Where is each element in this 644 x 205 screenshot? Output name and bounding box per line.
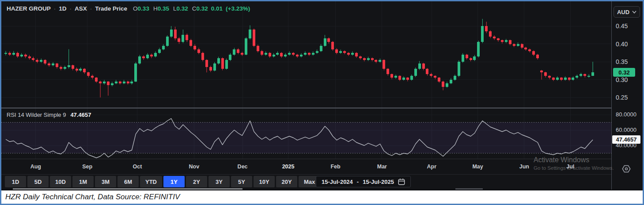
candle	[394, 76, 397, 78]
time-axis-label-aug: Aug	[30, 164, 41, 170]
candle	[16, 53, 19, 56]
time-axis-label-nov: Nov	[189, 164, 200, 170]
ohlc-c: C0.32	[192, 5, 208, 12]
series-type-label: Trade Price	[95, 5, 127, 12]
range-button-3y[interactable]: 3Y	[208, 176, 230, 187]
change-percent: (+3.23%)	[226, 5, 250, 12]
candle	[308, 53, 311, 55]
price-tick-label: 0.35	[616, 58, 628, 65]
exchange-label: ASX	[75, 5, 87, 12]
candle	[237, 49, 239, 53]
calendar-icon	[398, 178, 405, 185]
candle	[347, 53, 350, 55]
candle	[583, 74, 586, 76]
candle	[265, 53, 267, 55]
candle	[552, 78, 555, 79]
activate-windows-watermark: Activate Windows	[534, 156, 589, 164]
candle	[379, 60, 381, 62]
candle	[300, 55, 303, 56]
candle	[44, 60, 46, 63]
range-button-5y[interactable]: 5Y	[231, 176, 252, 187]
range-button-10y[interactable]: 10Y	[254, 176, 275, 187]
range-button-2y[interactable]: 2Y	[186, 176, 207, 187]
ohlc-values: O0.33H0.35L0.32C0.32	[133, 5, 208, 12]
candle	[48, 63, 50, 65]
date-to: 15-Jul-2025	[363, 179, 394, 185]
candle	[150, 55, 153, 56]
date-range-picker[interactable]: 15-Jul-2024 - 15-Jul-2025	[316, 176, 411, 187]
candle	[229, 55, 231, 60]
price-legend: HAZER GROUP · 1D · ASX · Trade Price O0.…	[7, 5, 250, 12]
candle	[481, 26, 484, 42]
candle	[390, 74, 393, 78]
currency-selector-button[interactable]: AUD	[614, 6, 640, 18]
range-button-20y[interactable]: 20Y	[276, 176, 297, 187]
rsi-tick-label: 60.0000	[616, 127, 636, 133]
range-button-3m[interactable]: 3M	[95, 176, 116, 187]
figure-caption-bar: HZR Daily Technical Chart, Data Source: …	[1, 190, 643, 204]
candle	[91, 76, 94, 78]
range-button-10d[interactable]: 10D	[50, 176, 71, 187]
rsi-tick-label: 80.0000	[616, 111, 636, 118]
range-button-1y[interactable]: 1Y	[163, 176, 185, 187]
candle	[446, 83, 448, 87]
candle	[572, 78, 574, 79]
candle	[213, 63, 216, 71]
candle	[273, 55, 275, 56]
candle	[438, 78, 440, 81]
figure-caption: HZR Daily Technical Chart, Data Source: …	[5, 193, 180, 201]
candle	[87, 72, 90, 76]
candle	[371, 58, 374, 60]
candle	[568, 78, 571, 79]
candle	[398, 76, 401, 79]
date-from: 15-Jul-2024	[322, 179, 353, 185]
range-button-ytd[interactable]: YTD	[140, 176, 162, 187]
price-tick-label: 0.25	[616, 94, 628, 101]
candle	[351, 53, 354, 55]
candle	[304, 53, 307, 55]
candle	[521, 44, 523, 48]
candle	[241, 53, 243, 55]
candle	[72, 65, 74, 69]
candle	[36, 60, 38, 62]
range-button-6m[interactable]: 6M	[117, 176, 139, 187]
time-axis-label-may: May	[472, 164, 483, 170]
candle	[276, 53, 279, 55]
time-axis-label-oct: Oct	[133, 164, 142, 170]
candle	[280, 53, 283, 56]
candle	[158, 49, 161, 53]
range-button-1m[interactable]: 1M	[72, 176, 94, 187]
candle	[316, 51, 318, 53]
candle	[497, 38, 500, 40]
interval-label: 1D	[59, 5, 66, 12]
candle	[8, 53, 11, 55]
candle	[103, 82, 106, 83]
candle	[142, 56, 145, 58]
candle	[83, 69, 86, 72]
candle	[197, 49, 200, 53]
rsi-chart-canvas	[1, 108, 611, 159]
range-button-1d[interactable]: 1D	[5, 176, 26, 187]
candle	[221, 58, 224, 69]
candle	[410, 76, 413, 79]
candle	[532, 51, 535, 55]
candle	[477, 42, 480, 56]
candle	[154, 53, 157, 56]
change-absolute: 0.01	[211, 5, 223, 12]
candle	[513, 44, 515, 46]
time-axis-label-apr: Apr	[427, 164, 436, 170]
candle	[363, 58, 366, 60]
candle	[138, 56, 141, 63]
candle	[426, 69, 428, 74]
axis-settings-icon[interactable]	[621, 163, 632, 175]
range-button-5d[interactable]: 5D	[27, 176, 49, 187]
pane-separator[interactable]	[1, 108, 643, 108]
candle	[324, 38, 326, 45]
candle	[355, 53, 358, 56]
price-axis-column[interactable]: AUD 0.32 47.4657 0.450.400.350.300.2580.…	[611, 1, 643, 190]
candle	[123, 82, 125, 83]
last-price-badge: 0.32	[613, 68, 635, 77]
candle	[52, 63, 54, 65]
candle	[528, 49, 531, 51]
candle	[406, 78, 409, 79]
